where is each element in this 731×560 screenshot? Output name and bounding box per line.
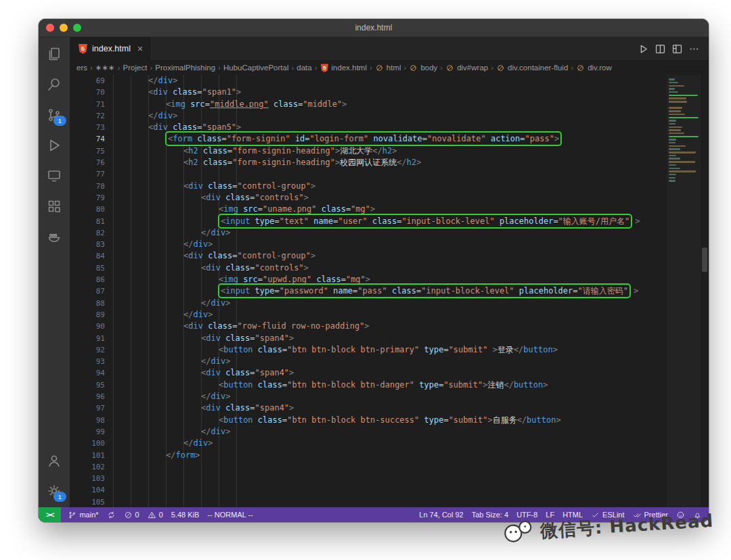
- cursor-position-status[interactable]: Ln 74, Col 92: [415, 507, 467, 522]
- code-line[interactable]: 88</div>: [70, 298, 667, 309]
- breadcrumb-item[interactable]: div.row: [576, 64, 612, 72]
- minimap[interactable]: [667, 75, 701, 507]
- line-number[interactable]: 76: [70, 157, 113, 168]
- code-line[interactable]: 73<div class="span5">: [70, 122, 667, 133]
- code-line[interactable]: 97<div class="span4">: [70, 402, 667, 414]
- code-line[interactable]: 93</div>: [70, 356, 667, 367]
- line-number[interactable]: 94: [70, 367, 113, 379]
- code-line[interactable]: 99</div>: [70, 426, 667, 438]
- breadcrumb-item[interactable]: div#wrap: [445, 64, 488, 72]
- line-number[interactable]: 88: [70, 298, 113, 309]
- line-number[interactable]: 87: [70, 285, 113, 297]
- line-number[interactable]: 82: [70, 227, 113, 239]
- scrollbar-thumb[interactable]: [702, 248, 707, 272]
- split-editor-button[interactable]: [654, 43, 667, 55]
- code-line[interactable]: 101</form>: [70, 450, 667, 461]
- breadcrumb-item[interactable]: Project: [123, 64, 148, 72]
- line-number[interactable]: 101: [70, 450, 113, 461]
- line-number[interactable]: 100: [70, 438, 113, 449]
- line-number[interactable]: 92: [70, 344, 113, 356]
- code-line[interactable]: 84<div class="control-group">: [70, 250, 667, 262]
- activity-source-control[interactable]: 1: [39, 99, 70, 130]
- code-line[interactable]: 72</div>: [70, 110, 667, 122]
- code-line[interactable]: 76<h2 class="form-signin-heading">校园网认证系…: [70, 157, 667, 168]
- line-number[interactable]: 84: [70, 250, 113, 262]
- customize-layout-button[interactable]: [671, 43, 684, 55]
- line-number[interactable]: 99: [70, 426, 113, 438]
- breadcrumb-item[interactable]: body: [409, 64, 437, 72]
- line-number[interactable]: 103: [70, 473, 113, 484]
- line-number[interactable]: 74: [70, 133, 113, 145]
- line-number[interactable]: 79: [70, 192, 113, 204]
- line-number[interactable]: 85: [70, 262, 113, 274]
- code-line[interactable]: 79<div class="controls">: [70, 192, 667, 204]
- line-number[interactable]: 86: [70, 274, 113, 285]
- line-number[interactable]: 89: [70, 309, 113, 321]
- line-number[interactable]: 71: [70, 99, 113, 110]
- code-line[interactable]: 96</div>: [70, 391, 667, 402]
- code-line[interactable]: 95<button class="btn btn-block btn-dange…: [70, 379, 667, 391]
- breadcrumb-item[interactable]: data: [296, 64, 311, 72]
- code-line[interactable]: 91<div class="span4">: [70, 333, 667, 344]
- activity-remote-explorer[interactable]: [39, 160, 70, 191]
- line-number[interactable]: 81: [70, 216, 113, 227]
- code-line[interactable]: 74<form class="form-signin" id="login-fo…: [70, 133, 667, 145]
- line-number[interactable]: 75: [70, 145, 113, 157]
- line-number[interactable]: 104: [70, 484, 113, 496]
- line-number[interactable]: 95: [70, 379, 113, 391]
- code-line[interactable]: 69</div>: [70, 75, 667, 87]
- line-number[interactable]: 78: [70, 181, 113, 192]
- tab-index-html[interactable]: 5 index.html ×: [70, 37, 150, 60]
- line-number[interactable]: 72: [70, 110, 113, 122]
- breadcrumb-item[interactable]: ∗∗∗: [95, 63, 115, 72]
- code-line[interactable]: 78<div class="control-group">: [70, 181, 667, 192]
- activity-search[interactable]: [39, 69, 70, 99]
- more-actions-button[interactable]: [688, 43, 701, 55]
- branch-status[interactable]: main*: [64, 507, 102, 522]
- code-line[interactable]: 71<img src="middle.png" class="middle">: [70, 99, 667, 110]
- code-line[interactable]: 102: [70, 461, 667, 473]
- file-size-status[interactable]: 5.48 KiB: [167, 507, 204, 522]
- code-line[interactable]: 104: [70, 484, 667, 496]
- line-number[interactable]: 93: [70, 356, 113, 367]
- run-button[interactable]: [637, 43, 650, 55]
- line-number[interactable]: 96: [70, 391, 113, 402]
- minimize-window-button[interactable]: [60, 24, 68, 32]
- line-number[interactable]: 69: [70, 75, 113, 87]
- code-line[interactable]: 105: [70, 496, 667, 507]
- editor[interactable]: 69</div>70<div class="span1">71<img src=…: [70, 75, 709, 507]
- code-line[interactable]: 98<button class="btn btn-block btn-succe…: [70, 415, 667, 426]
- tab-close-icon[interactable]: ×: [137, 43, 143, 54]
- scrollbar[interactable]: [701, 75, 709, 507]
- breadcrumb-item[interactable]: div.container-fluid: [496, 64, 568, 72]
- code-line[interactable]: 80<img src="uname.png" class="mg">: [70, 204, 667, 215]
- code-line[interactable]: 103: [70, 473, 667, 484]
- code-line[interactable]: 70<div class="span1">: [70, 87, 667, 98]
- close-window-button[interactable]: [46, 24, 54, 32]
- activity-explorer[interactable]: [39, 39, 70, 69]
- code-line[interactable]: 89</div>: [70, 309, 667, 321]
- code-line[interactable]: 87<input type="password" name="pass" cla…: [70, 285, 667, 297]
- code-line[interactable]: 86<img src="upwd.png" class="mg">: [70, 274, 667, 285]
- code-line[interactable]: 85<div class="controls">: [70, 262, 667, 274]
- code-line[interactable]: 94<div class="span4">: [70, 367, 667, 379]
- problems-errors[interactable]: 0: [120, 507, 143, 522]
- breadcrumb-item[interactable]: ers: [76, 64, 87, 72]
- line-number[interactable]: 98: [70, 415, 113, 426]
- code-line[interactable]: 82</div>: [70, 227, 667, 239]
- code-line[interactable]: 77: [70, 168, 667, 180]
- zoom-window-button[interactable]: [73, 24, 81, 32]
- breadcrumb-item[interactable]: ProximalPhishing: [155, 64, 215, 72]
- line-number[interactable]: 70: [70, 87, 113, 98]
- line-number[interactable]: 102: [70, 461, 113, 473]
- code-line[interactable]: 92<button class="btn btn-block btn-prima…: [70, 344, 667, 356]
- breadcrumb-item[interactable]: 5index.html: [320, 63, 367, 73]
- line-number[interactable]: 90: [70, 321, 113, 332]
- line-number[interactable]: 83: [70, 239, 113, 250]
- code-line[interactable]: 100</div>: [70, 438, 667, 449]
- line-number[interactable]: 105: [70, 496, 113, 507]
- code-line[interactable]: 81<input type="text" name="user" class="…: [70, 216, 667, 227]
- activity-extensions[interactable]: [39, 191, 70, 221]
- line-number[interactable]: 77: [70, 168, 113, 180]
- activity-run-debug[interactable]: [39, 130, 70, 160]
